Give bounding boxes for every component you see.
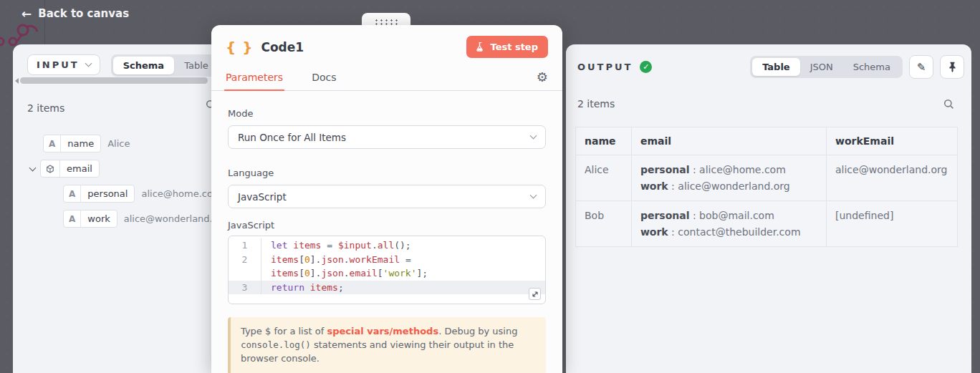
cell-email: personal : bob@mail.com work : contact@t… xyxy=(631,201,826,247)
string-type-icon: A xyxy=(64,185,81,202)
chevron-down-icon xyxy=(85,60,92,67)
test-step-button[interactable]: Test step xyxy=(466,36,548,58)
output-view-tabs: Table JSON Schema xyxy=(750,56,903,78)
code-editor-label: JavaScript xyxy=(228,220,546,231)
editor-hint-callout: Type $ for a list of special vars/method… xyxy=(228,317,546,373)
horizontal-scrollbar[interactable] xyxy=(20,77,208,84)
code-line[interactable]: 1let items = $input.all(); xyxy=(229,238,545,253)
modal-tabs: Parameters Docs ⚙ xyxy=(211,64,562,91)
back-to-canvas-label: Back to canvas xyxy=(38,7,129,20)
chevron-down-icon xyxy=(530,192,537,199)
flask-icon xyxy=(476,42,484,52)
mode-label: Mode xyxy=(228,108,546,119)
schema-row-email: email xyxy=(30,160,100,178)
input-panel-title: INPUT xyxy=(37,59,80,70)
column-header-workemail: workEmail xyxy=(827,127,958,155)
output-search-icon[interactable] xyxy=(943,99,954,110)
output-tab-json[interactable]: JSON xyxy=(800,58,843,76)
special-vars-link[interactable]: special vars/methods xyxy=(327,326,438,336)
cell-name: Bob xyxy=(576,201,632,247)
schema-value: alice@home.com xyxy=(141,188,221,199)
output-tab-table[interactable]: Table xyxy=(752,58,800,76)
input-items-count: 2 items xyxy=(27,102,64,114)
success-check-icon: ✓ xyxy=(640,61,652,73)
string-type-icon: A xyxy=(64,210,81,227)
code-text: items[0].json.workEmail = xyxy=(261,253,411,267)
column-header-name: name xyxy=(576,127,632,155)
table-row: Bob personal : bob@mail.com work : conta… xyxy=(576,201,958,247)
code-text: let items = $input.all(); xyxy=(261,238,411,253)
output-table-header-row: name email workEmail xyxy=(576,127,958,155)
pin-data-button[interactable] xyxy=(940,55,964,79)
language-select[interactable]: JavaScript xyxy=(228,185,546,208)
n8n-logo-icon xyxy=(0,19,39,47)
schema-pill-email[interactable]: email xyxy=(40,160,100,178)
settings-gear-icon[interactable]: ⚙ xyxy=(537,71,548,84)
schema-pill-name[interactable]: A name xyxy=(43,135,101,152)
schema-value: Alice xyxy=(107,138,130,149)
output-items-count: 2 items xyxy=(577,98,615,110)
line-number: 3 xyxy=(229,281,261,295)
line-number: 2 xyxy=(229,253,261,267)
code-rows: 1let items = $input.all();2items[0].json… xyxy=(229,238,545,294)
back-arrow-icon: ← xyxy=(21,8,32,20)
code-node-modal: { } Code1 Test step Parameters Docs ⚙ Mo… xyxy=(211,25,562,373)
object-type-icon xyxy=(41,160,60,177)
tab-docs[interactable]: Docs xyxy=(312,64,336,90)
back-to-canvas-button[interactable]: ← Back to canvas xyxy=(21,7,129,20)
line-number xyxy=(229,266,261,281)
output-tab-schema[interactable]: Schema xyxy=(843,58,900,76)
output-table: name email workEmail Alice personal : al… xyxy=(575,127,958,247)
chevron-down-icon xyxy=(530,132,537,140)
code-line[interactable]: 3return items; xyxy=(229,281,545,295)
code-editor[interactable]: 1let items = $input.all();2items[0].json… xyxy=(228,236,546,304)
line-number: 1 xyxy=(229,238,261,253)
table-row: Alice personal : alice@home.com work : a… xyxy=(576,155,958,201)
schema-pill-personal[interactable]: A personal xyxy=(63,185,135,203)
input-source-select[interactable]: INPUT xyxy=(27,54,100,75)
expand-icon xyxy=(532,291,539,298)
cell-name: Alice xyxy=(576,155,632,201)
mode-select[interactable]: Run Once for All Items xyxy=(228,125,546,149)
tab-parameters[interactable]: Parameters xyxy=(226,64,283,90)
code-line[interactable]: 2items[0].json.workEmail = xyxy=(229,253,545,267)
node-title: Code1 xyxy=(261,40,304,54)
expand-editor-button[interactable] xyxy=(529,288,541,300)
code-node-icon: { } xyxy=(226,39,253,56)
input-tab-schema[interactable]: Schema xyxy=(113,57,174,74)
column-header-email: email xyxy=(631,127,826,155)
drag-dots-icon xyxy=(374,19,398,25)
schema-pill-work[interactable]: A work xyxy=(63,210,117,228)
code-text: return items; xyxy=(261,281,344,295)
schema-row-personal: A personal alice@home.com xyxy=(63,185,222,203)
tree-expand-chevron-icon[interactable] xyxy=(29,164,37,171)
cell-email: personal : alice@home.com work : alice@w… xyxy=(631,155,826,201)
scroll-left-arrow-icon[interactable] xyxy=(15,78,19,84)
pencil-icon: ✎ xyxy=(917,61,926,74)
schema-row-work: A work alice@wonderland.org xyxy=(63,210,228,228)
cell-workemail-error: [undefined] xyxy=(827,201,958,247)
output-panel-title: OUTPUT xyxy=(577,62,633,72)
language-label: Language xyxy=(228,168,546,178)
schema-row-name: A name Alice xyxy=(43,135,130,152)
output-panel: OUTPUT ✓ Table JSON Schema ✎ 2 items xyxy=(566,44,971,373)
string-type-icon: A xyxy=(44,135,61,152)
code-text: items[0].json.email['work']; xyxy=(261,266,428,281)
console-log-code: console.log() xyxy=(241,339,311,350)
cell-workemail: alice@wonderland.org xyxy=(827,155,958,201)
code-line[interactable]: items[0].json.email['work']; xyxy=(229,266,545,281)
edit-output-button[interactable]: ✎ xyxy=(909,55,933,79)
ndv-overlay: ← Back to canvas INPUT Schema Table JSON… xyxy=(0,0,980,373)
pin-icon xyxy=(948,62,957,72)
